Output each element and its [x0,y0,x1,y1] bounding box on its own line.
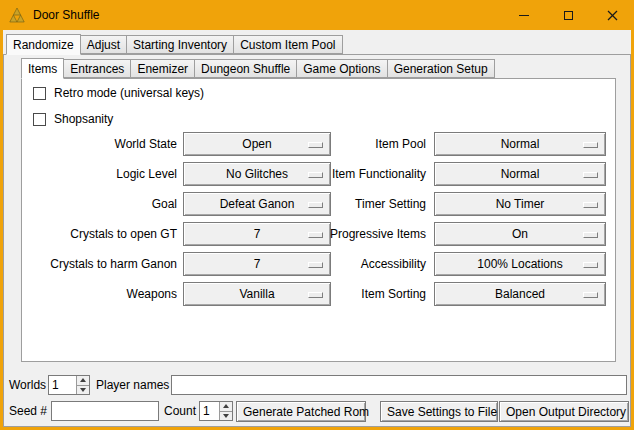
save-settings-button[interactable]: Save Settings to File [380,401,498,422]
item-sorting-label: Item Sorting [252,282,426,306]
tab-entrances[interactable]: Entrances [63,59,131,78]
timer-setting-dropdown[interactable]: No Timer [434,192,606,216]
generate-patched-rom-button[interactable]: Generate Patched Rom [236,401,366,422]
dropdown-value: Normal [501,167,540,181]
tab-adjust[interactable]: Adjust [80,35,127,54]
minimize-icon [519,15,529,16]
retro-mode-label: Retro mode (universal keys) [54,86,204,100]
inner-tab-bar: Items Entrances Enemizer Dungeon Shuffle… [21,57,495,78]
goal-label: Goal [22,192,177,216]
item-pool-label: Item Pool [252,132,426,156]
worlds-spin-arrows [76,376,89,394]
tab-dungeon-shuffle[interactable]: Dungeon Shuffle [194,59,297,78]
open-output-directory-button[interactable]: Open Output Directory [499,401,629,422]
seed-input[interactable] [51,401,159,421]
dropdown-indicator-icon [583,142,598,148]
logic-level-label: Logic Level [22,162,177,186]
outer-tab-bar: Randomize Adjust Starting Inventory Cust… [6,33,343,54]
count-spin-arrows [219,402,232,420]
player-names-input[interactable] [171,375,627,395]
worlds-label: Worlds [9,375,46,395]
worlds-input[interactable] [49,376,76,394]
dropdown-value: On [512,227,528,241]
tab-custom-item-pool[interactable]: Custom Item Pool [233,35,342,54]
shopsanity-checkbox[interactable]: Shopsanity [33,110,113,128]
tab-items[interactable]: Items [21,58,64,79]
shopsanity-label: Shopsanity [54,112,113,126]
dropdown-value: Normal [501,137,540,151]
accessibility-dropdown[interactable]: 100% Locations [434,252,606,276]
dropdown-value: 100% Locations [477,257,562,271]
retro-mode-checkbox[interactable]: Retro mode (universal keys) [33,84,204,102]
count-input[interactable] [200,402,219,420]
tab-generation-setup[interactable]: Generation Setup [387,59,495,78]
titlebar: Door Shuffle [0,0,634,30]
window-controls [502,0,634,30]
randomize-pane: Items Entrances Enemizer Dungeon Shuffle… [3,54,631,427]
item-functionality-label: Item Functionality [252,162,426,186]
crystals-harm-ganon-label: Crystals to harm Ganon [22,252,177,276]
maximize-button[interactable] [546,0,590,30]
count-spinbox [199,401,233,421]
tab-randomize[interactable]: Randomize [6,34,81,55]
crystals-open-gt-label: Crystals to open GT [22,222,177,246]
checkbox-box-icon [33,113,46,126]
tab-enemizer[interactable]: Enemizer [130,59,195,78]
dropdown-indicator-icon [583,292,598,298]
items-pane: Retro mode (universal keys) Shopsanity W… [21,78,616,362]
close-icon [607,10,618,21]
accessibility-label: Accessibility [252,252,426,276]
item-functionality-dropdown[interactable]: Normal [434,162,606,186]
spin-up-icon[interactable] [220,402,232,411]
dropdown-indicator-icon [583,172,598,178]
spin-down-icon[interactable] [77,385,89,395]
minimize-button[interactable] [502,0,546,30]
dropdown-indicator-icon [583,202,598,208]
triforce-icon [9,7,25,23]
item-sorting-dropdown[interactable]: Balanced [434,282,606,306]
count-label: Count [164,401,196,422]
world-state-label: World State [22,132,177,156]
progressive-items-dropdown[interactable]: On [434,222,606,246]
maximize-icon [564,11,573,20]
client-area: Randomize Adjust Starting Inventory Cust… [3,30,631,427]
window-title: Door Shuffle [33,8,100,22]
dropdown-indicator-icon [583,232,598,238]
dropdown-value: Balanced [495,287,545,301]
close-button[interactable] [590,0,634,30]
player-names-label: Player names [96,375,169,395]
seed-label: Seed # [9,401,47,422]
item-pool-dropdown[interactable]: Normal [434,132,606,156]
timer-setting-label: Timer Setting [252,192,426,216]
tab-starting-inventory[interactable]: Starting Inventory [126,35,234,54]
worlds-spinbox [48,375,90,395]
weapons-label: Weapons [22,282,177,306]
checkbox-box-icon [33,87,46,100]
tab-game-options[interactable]: Game Options [296,59,387,78]
progressive-items-label: Progressive Items [252,222,426,246]
spin-up-icon[interactable] [77,376,89,385]
door-shuffle-window: Door Shuffle Randomize Adjust Starting I… [0,0,634,430]
dropdown-indicator-icon [583,262,598,268]
spin-down-icon[interactable] [220,411,232,421]
dropdown-value: No Timer [496,197,545,211]
